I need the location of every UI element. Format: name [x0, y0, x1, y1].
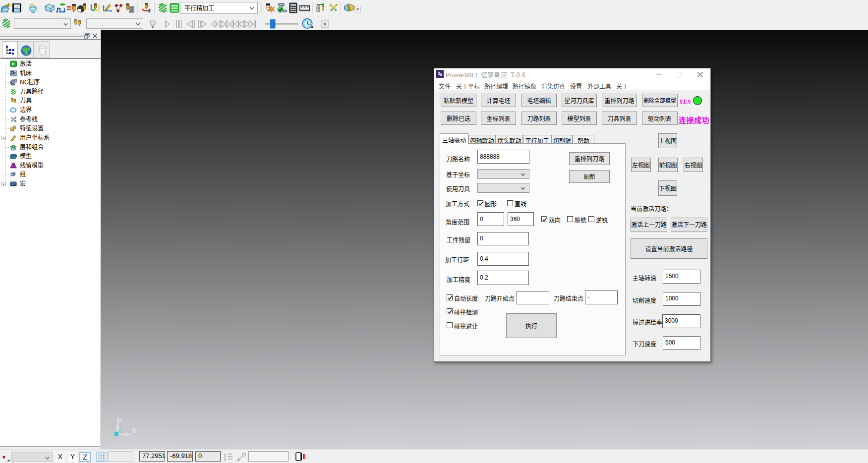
svg-text:Y: Y: [117, 417, 122, 425]
svg-text:X: X: [132, 426, 137, 434]
svg-text:Z: Z: [224, 458, 226, 461]
svg-text:Z: Z: [118, 426, 122, 434]
